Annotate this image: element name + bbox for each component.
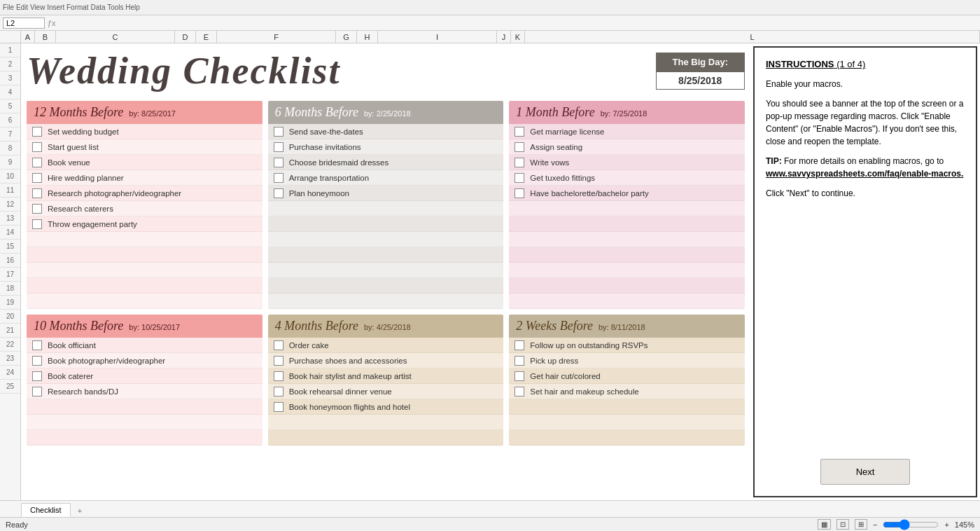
list-item: Choose bridesmaid dresses <box>268 155 504 170</box>
section-10-months-title: 10 Months Before <box>34 319 123 333</box>
checkbox[interactable] <box>514 387 524 396</box>
checkbox[interactable] <box>32 356 42 366</box>
checkbox[interactable] <box>32 387 42 396</box>
instructions-step1: Enable your macros. <box>766 78 965 90</box>
big-day-box: The Big Day: 8/25/2018 <box>656 53 745 90</box>
list-item-empty <box>509 430 745 446</box>
checkbox[interactable] <box>514 371 524 381</box>
add-sheet-button[interactable]: + <box>72 504 88 517</box>
view-normal-icon[interactable]: ▦ <box>818 519 831 530</box>
checkbox[interactable] <box>274 158 284 167</box>
checkbox[interactable] <box>274 402 284 412</box>
checkbox[interactable] <box>32 127 42 137</box>
checkbox[interactable] <box>274 127 284 137</box>
col-H[interactable]: H <box>357 31 378 43</box>
col-D[interactable]: D <box>175 31 196 43</box>
tip-url[interactable]: www.savvyspreadsheets.com/faq/enable-mac… <box>766 169 963 179</box>
column-headers: A B C D E F G H I J K L <box>0 31 980 43</box>
zoom-out-button[interactable]: − <box>873 520 877 529</box>
book-officiant-label: Book officiant <box>48 341 96 350</box>
col-E[interactable]: E <box>196 31 217 43</box>
checkbox[interactable] <box>514 127 524 137</box>
section-2-weeks-header: 2 Weeks Before by: 8/11/2018 <box>509 315 745 338</box>
col-G[interactable]: G <box>336 31 357 43</box>
list-item: Write vows <box>509 155 745 170</box>
checkbox[interactable] <box>32 371 42 381</box>
col-C[interactable]: C <box>56 31 175 43</box>
checkbox[interactable] <box>274 371 284 381</box>
col-B[interactable]: B <box>35 31 56 43</box>
section-10-months-date: by: 10/25/2017 <box>129 323 180 331</box>
zoom-slider[interactable] <box>883 520 939 529</box>
section-12-months-title: 12 Months Before <box>34 105 123 120</box>
checkbox[interactable] <box>32 142 42 152</box>
research-caterers-label: Research caterers <box>48 205 113 213</box>
section-1-month: 1 Month Before by: 7/25/2018 Get marriag… <box>509 101 745 309</box>
tab-bar: Checklist + <box>0 500 980 517</box>
list-item: Get marriage license <box>509 124 745 139</box>
tab-checklist[interactable]: Checklist <box>21 503 71 517</box>
tip-label: TIP: <box>766 156 782 166</box>
col-L[interactable]: L <box>525 31 980 43</box>
row-7: 7 <box>0 127 20 142</box>
list-item: Get hair cut/colored <box>509 368 745 384</box>
formula-input[interactable] <box>60 19 977 27</box>
big-day-label: The Big Day: <box>656 53 745 71</box>
section-2-weeks-date: by: 8/11/2018 <box>598 323 645 331</box>
list-item-empty <box>509 294 745 309</box>
list-item: Plan honeymoon <box>268 186 504 201</box>
checkbox[interactable] <box>514 340 524 350</box>
list-item-empty <box>509 201 745 216</box>
checkbox[interactable] <box>32 219 42 229</box>
checkbox[interactable] <box>274 356 284 366</box>
list-item-empty <box>268 415 504 430</box>
col-A[interactable]: A <box>21 31 35 43</box>
col-I[interactable]: I <box>378 31 497 43</box>
section-6-months-body: Send save-the-dates Purchase invitations… <box>268 124 504 309</box>
section-1-month-header: 1 Month Before by: 7/25/2018 <box>509 101 745 124</box>
col-K[interactable]: K <box>511 31 525 43</box>
list-item-empty <box>27 294 262 309</box>
checkbox[interactable] <box>514 356 524 366</box>
list-item: Research caterers <box>27 201 262 216</box>
checkbox[interactable] <box>274 340 284 350</box>
section-2-weeks-title: 2 Weeks Before <box>516 319 593 333</box>
section-10-months-body: Book officiant Book photographer/videogr… <box>27 338 262 446</box>
tip-text: For more details on enabling macros, go … <box>784 156 944 166</box>
checkbox[interactable] <box>514 142 524 152</box>
name-box[interactable]: L2 <box>3 18 45 29</box>
section-10-months: 10 Months Before by: 10/25/2017 Book off… <box>27 315 262 446</box>
checkbox[interactable] <box>274 387 284 396</box>
checkbox[interactable] <box>32 173 42 183</box>
list-item-empty <box>27 415 262 430</box>
list-item-empty <box>268 430 504 446</box>
checkbox[interactable] <box>32 340 42 350</box>
section-6-months-title: 6 Months Before <box>275 105 358 120</box>
row-6: 6 <box>0 113 20 127</box>
checkbox[interactable] <box>32 188 42 198</box>
col-J[interactable]: J <box>497 31 511 43</box>
section-6-months-date: by: 2/25/2018 <box>364 109 411 118</box>
checkbox[interactable] <box>274 142 284 152</box>
checkbox[interactable] <box>514 173 524 183</box>
zoom-in-button[interactable]: + <box>944 520 948 529</box>
section-4-months-body: Order cake Purchase shoes and accessorie… <box>268 338 504 446</box>
row-22: 22 <box>0 338 20 352</box>
status-right: ▦ ⊡ ⊞ − + 145% <box>818 519 974 530</box>
checkbox[interactable] <box>274 173 284 183</box>
checkbox[interactable] <box>274 188 284 198</box>
checkbox[interactable] <box>32 204 42 214</box>
checkbox[interactable] <box>514 158 524 167</box>
next-button[interactable]: Next <box>820 459 911 485</box>
list-item-empty <box>509 278 745 294</box>
row-17: 17 <box>0 268 20 282</box>
list-item-empty <box>509 247 745 263</box>
sheet-content: Wedding Checklist The Big Day: 8/25/2018… <box>21 43 980 500</box>
view-page-break-icon[interactable]: ⊞ <box>855 519 867 530</box>
checkbox[interactable] <box>514 188 524 198</box>
row-num-spacer <box>0 31 21 43</box>
instructions-tip: TIP: For more details on enabling macros… <box>766 155 965 180</box>
checkbox[interactable] <box>32 158 42 167</box>
view-page-icon[interactable]: ⊡ <box>836 519 849 530</box>
col-F[interactable]: F <box>217 31 336 43</box>
